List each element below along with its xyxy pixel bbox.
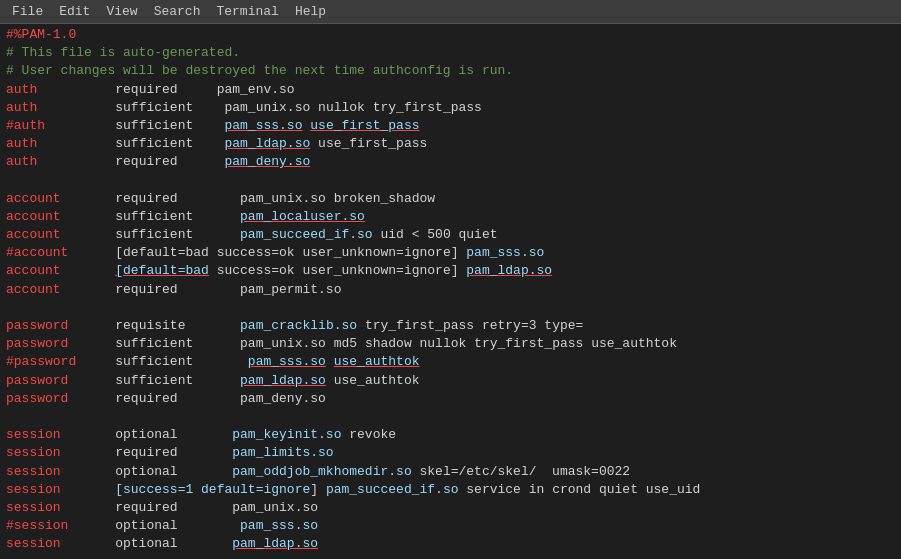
editor-line: #account [default=bad success=ok user_un… [0, 244, 901, 262]
editor-line: password sufficient pam_ldap.so use_auth… [0, 372, 901, 390]
editor-line: #session optional pam_sss.so [0, 517, 901, 535]
editor-line [0, 172, 901, 190]
editor-line: account [default=bad success=ok user_unk… [0, 262, 901, 280]
editor-line: ~ [0, 553, 901, 559]
editor-line: #password sufficient pam_sss.so use_auth… [0, 353, 901, 371]
menu-terminal[interactable]: Terminal [208, 2, 286, 21]
menu-search[interactable]: Search [146, 2, 209, 21]
editor: #%PAM-1.0# This file is auto-generated.#… [0, 24, 901, 559]
editor-line: account required pam_unix.so broken_shad… [0, 190, 901, 208]
editor-line: password sufficient pam_unix.so md5 shad… [0, 335, 901, 353]
editor-line: account sufficient pam_succeed_if.so uid… [0, 226, 901, 244]
editor-line: auth sufficient pam_ldap.so use_first_pa… [0, 135, 901, 153]
editor-line: # This file is auto-generated. [0, 44, 901, 62]
editor-line: session optional pam_ldap.so [0, 535, 901, 553]
menubar: File Edit View Search Terminal Help [0, 0, 901, 24]
menu-help[interactable]: Help [287, 2, 334, 21]
editor-line: password requisite pam_cracklib.so try_f… [0, 317, 901, 335]
editor-line: #auth sufficient pam_sss.so use_first_pa… [0, 117, 901, 135]
editor-line: auth sufficient pam_unix.so nullok try_f… [0, 99, 901, 117]
editor-line: password required pam_deny.so [0, 390, 901, 408]
editor-line: session required pam_unix.so [0, 499, 901, 517]
editor-line: auth required pam_env.so [0, 81, 901, 99]
editor-line: session required pam_limits.so [0, 444, 901, 462]
editor-line: account required pam_permit.so [0, 281, 901, 299]
editor-line: session optional pam_keyinit.so revoke [0, 426, 901, 444]
editor-line: # User changes will be destroyed the nex… [0, 62, 901, 80]
menu-file[interactable]: File [4, 2, 51, 21]
menu-view[interactable]: View [98, 2, 145, 21]
editor-line [0, 408, 901, 426]
editor-line: session [success=1 default=ignore] pam_s… [0, 481, 901, 499]
editor-line: #%PAM-1.0 [0, 26, 901, 44]
editor-line: account sufficient pam_localuser.so [0, 208, 901, 226]
editor-line [0, 299, 901, 317]
menu-edit[interactable]: Edit [51, 2, 98, 21]
editor-line: session optional pam_oddjob_mkhomedir.so… [0, 463, 901, 481]
editor-line: auth required pam_deny.so [0, 153, 901, 171]
